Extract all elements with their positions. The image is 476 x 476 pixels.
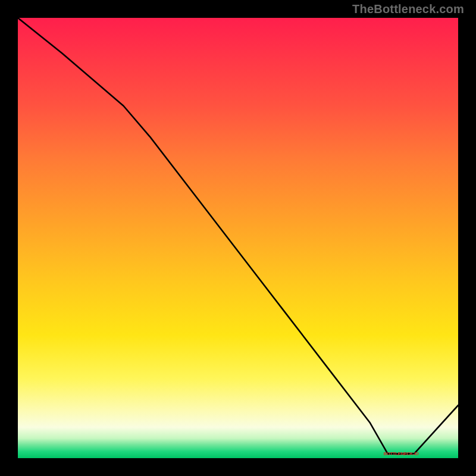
curve-layer bbox=[18, 18, 458, 458]
bottleneck-marker-label: BOTTLENECK-ID bbox=[383, 452, 418, 456]
watermark-text: TheBottleneck.com bbox=[352, 2, 464, 16]
chart-stage: TheBottleneck.com BOTTLENECK-ID bbox=[0, 0, 476, 476]
plot-area: BOTTLENECK-ID bbox=[18, 18, 458, 458]
bottleneck-curve-path bbox=[18, 18, 458, 454]
